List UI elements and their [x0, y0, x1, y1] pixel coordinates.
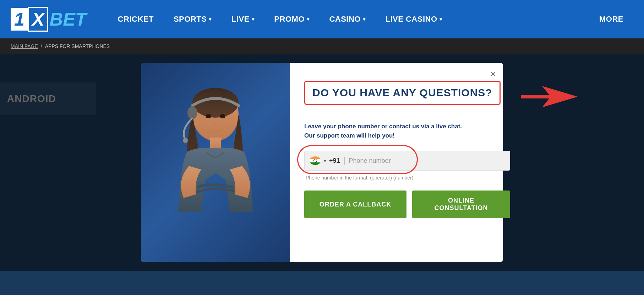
online-consultation-button[interactable]: ONLINE CONSULTATION — [412, 191, 510, 218]
nav-promo[interactable]: PROMO ▾ — [264, 0, 319, 38]
breadcrumb-separator: / — [41, 43, 42, 49]
red-arrow-container — [521, 84, 578, 111]
sports-chevron: ▾ — [209, 16, 212, 22]
flag-mid — [310, 159, 321, 162]
order-callback-button[interactable]: ORDER A CALLBACK — [304, 191, 406, 218]
phone-input-row[interactable]: ▾ +91 Phone number — [304, 151, 510, 171]
header: 1XBET CRICKET SPORTS ▾ LIVE ▾ PROMO ▾ CA… — [0, 0, 644, 38]
modal-overlay: × — [0, 54, 644, 271]
question-title: DO YOU HAVE ANY QUESTIONS? — [312, 87, 492, 98]
modal-left-panel — [141, 63, 290, 262]
question-box: DO YOU HAVE ANY QUESTIONS? — [304, 81, 501, 105]
india-flag-icon — [310, 156, 321, 165]
main-nav: CRICKET SPORTS ▾ LIVE ▾ PROMO ▾ CASINO ▾… — [108, 0, 633, 38]
red-arrow-icon — [521, 84, 578, 109]
live-casino-chevron: ▾ — [440, 16, 442, 22]
logo-1: 1 — [11, 8, 28, 31]
svg-point-2 — [206, 114, 211, 118]
logo-bet: BET — [50, 9, 87, 30]
modal-close-button[interactable]: × — [491, 69, 496, 80]
flag-bottom — [310, 162, 321, 165]
flag-chakra — [313, 159, 317, 162]
country-dropdown-arrow[interactable]: ▾ — [324, 158, 326, 163]
flag-top — [310, 156, 321, 159]
svg-point-5 — [187, 106, 197, 119]
phone-input-wrapper: ▾ +91 Phone number — [304, 151, 510, 171]
phone-placeholder-text: Phone number — [349, 157, 391, 165]
nav-cricket[interactable]: CRICKET — [108, 0, 164, 38]
live-chevron: ▾ — [252, 16, 255, 22]
question-heading-wrapper: DO YOU HAVE ANY QUESTIONS? — [304, 81, 510, 113]
svg-point-3 — [220, 114, 225, 118]
svg-marker-7 — [521, 86, 578, 107]
svg-point-6 — [183, 138, 188, 143]
nav-live[interactable]: LIVE ▾ — [222, 0, 264, 38]
breadcrumb-current: APPS FOR SMARTPHONES — [45, 43, 110, 49]
breadcrumb-main[interactable]: MAIN PAGE — [11, 43, 38, 49]
promo-chevron: ▾ — [307, 16, 310, 22]
action-buttons: ORDER A CALLBACK ONLINE CONSULTATION — [304, 191, 510, 218]
nav-sports[interactable]: SPORTS ▾ — [164, 0, 222, 38]
main-area: MOBILE APPLICATIONS ANDROID × — [0, 54, 644, 271]
nav-more[interactable]: MORE — [589, 0, 633, 38]
modal-dialog: × — [141, 63, 503, 262]
nav-casino[interactable]: CASINO ▾ — [319, 0, 375, 38]
agent-image — [152, 77, 279, 262]
breadcrumb-bar: MAIN PAGE / APPS FOR SMARTPHONES — [0, 38, 644, 54]
logo-area[interactable]: 1XBET — [11, 7, 87, 32]
question-subtitle: Leave your phone number or contact us vi… — [304, 122, 510, 140]
logo-x: X — [28, 7, 48, 32]
nav-live-casino[interactable]: LIVE CASINO ▾ — [375, 0, 452, 38]
phone-country-code: +91 — [329, 157, 345, 165]
modal-right-panel: DO YOU HAVE ANY QUESTIONS? Leave your ph… — [290, 63, 528, 262]
phone-format-hint: Phone number in the format: (operator) (… — [304, 175, 510, 181]
casino-chevron: ▾ — [363, 16, 366, 22]
